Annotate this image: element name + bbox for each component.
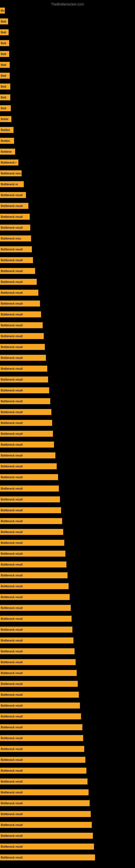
bar-item: Bottlene [0,149,15,155]
bar-row: Bottleneck result [0,681,78,687]
bar-row: Bott [0,40,9,46]
bar-item: Bottleneck result [0,214,30,220]
bar-row: Bott [0,94,10,100]
bar-row: Bottleneck result [0,268,35,274]
bar-row: Bottleneck result [0,496,60,502]
bar-label: Bottleneck result [1,509,23,512]
bar-row: Bottleneck result [0,518,62,524]
bar-item: Bottleneck result [0,659,76,665]
bar-label: Bottleneck result [1,607,23,610]
bar-item: Bottlen [0,138,14,144]
bar-row: Bottleneck result [0,246,32,252]
bar-row: Bottleneck result [0,800,90,806]
bar-row: Bottleneck result [0,366,47,372]
bar-item: Bottleneck result [0,420,52,426]
bar-label: Bottleneck result [1,563,23,566]
bar-label: Bottleneck result [1,802,23,805]
bar-label: Bottleneck result [1,628,23,631]
bar-item: Bottleneck result [0,561,66,567]
bar-row: Bottleneck result [0,789,89,795]
bar-row: Bottleneck result [0,648,75,654]
bar-row: Bottleneck result [0,290,38,296]
bar-item: Bottleneck result [0,713,81,719]
bar-row: Bottlene [0,149,15,155]
bar-item: Bott [0,29,9,35]
bar-item: Bott [0,84,10,90]
bar-item: Bottleneck resu [0,170,21,176]
bar-item: Bottleneck result [0,735,83,741]
bar-label: Bottleneck result [1,487,23,490]
bar-item: Bott [0,105,11,111]
bar-item: Bottleneck result [0,605,71,611]
bar-label: Bott [1,96,6,99]
bar-item: Bottleneck result [0,474,58,480]
bar-label: Bott [1,42,6,45]
bar-label: Bottleneck result [1,834,23,837]
bar-row: Bottleneck result [0,583,69,589]
bar-label: Bottleneck result [1,552,23,555]
bar-row: Bottleneck result [0,486,59,492]
bar-row: Bottleneck result [0,561,66,567]
bar-row: Bott [0,105,11,111]
bar-label: Bottleneck result [1,585,23,588]
bar-label: Bottleneck result [1,205,23,208]
bar-item: Bottleneck re [0,181,24,187]
bar-row: Bott [0,51,9,57]
bar-item: Bott [0,73,10,79]
bar-item: Bottleneck result [0,442,54,447]
bar-label: Bottleneck result [1,780,23,783]
bar-label: Bottleneck result [1,726,23,729]
bar-item: Bottleneck result [0,279,37,285]
site-title: TheBottlenecker.com [0,0,135,7]
bar-item: Bottleneck result [0,648,75,654]
bar-row: Bottleneck result [0,442,54,447]
bar-row: Bottleneck result [0,778,87,784]
bar-item: Bottleneck result [0,833,93,839]
bar-item: Bottleneck result [0,800,90,806]
bar-row: Bottleneck re [0,181,24,187]
bar-row: Bottleneck result [0,376,48,382]
bar-label: Bottleneck result [1,324,23,327]
bar-row: Bottleneck result [0,833,93,839]
bar-row: Bottleneck result [0,627,72,632]
bar-label: Bottleneck result [1,748,23,750]
bar-row: Bottleneck r [0,159,18,165]
bar-row: Bottleneck result [0,572,68,578]
bar-row: Bott [0,62,10,68]
bar-item: Bottleneck result [0,344,45,350]
bar-item: Bottleneck result [0,529,63,535]
bar-row: Bottleneck result [0,257,33,263]
bar-label: Bo [1,9,4,12]
bar-row: Bottleneck result [0,713,81,719]
bar-label: Bottleneck result [1,693,23,696]
bar-label: Bottleneck result [1,270,23,273]
bar-label: Bottleneck result [1,498,23,501]
bar-row: Bottlen [0,138,14,144]
bar-item: Bott [0,94,10,100]
bar-item: Bottleneck result [0,225,30,230]
bar-item: Bottleneck result [0,301,40,307]
bar-row: Bottleneck result [0,507,61,513]
bar-item: Bottleneck result [0,507,61,513]
bar-label: Bottleneck result [1,291,23,294]
bar-item: Bottleneck result [0,757,85,763]
bar-label: Bottleneck result [1,313,23,316]
bar-label: Bottleneck result [1,531,23,533]
bar-label: Bottleneck result [1,672,23,675]
bar-label: Bottlene [1,150,12,153]
bar-row: Bottleneck result [0,355,46,361]
bar-item: Bottleneck result [0,398,50,404]
bar-item: Bottleneck result [0,376,48,382]
bar-item: Bottleneck result [0,844,94,849]
bar-label: Bottleneck result [1,367,23,370]
bar-row: Bottleneck result [0,855,95,860]
bar-label: Bottleneck result [1,378,23,381]
bar-label: Bottleneck result [1,769,23,772]
bar-item: Bottleneck result [0,311,41,317]
bar-item: Bottleneck r [0,159,18,165]
bar-row: Bottleneck result [0,431,53,437]
bar-row: Bottleneck result [0,420,52,426]
bar-label: Bottleneck result [1,432,23,435]
bar-row: Bottleneck result [0,214,30,220]
bar-row: Bott [0,73,10,79]
